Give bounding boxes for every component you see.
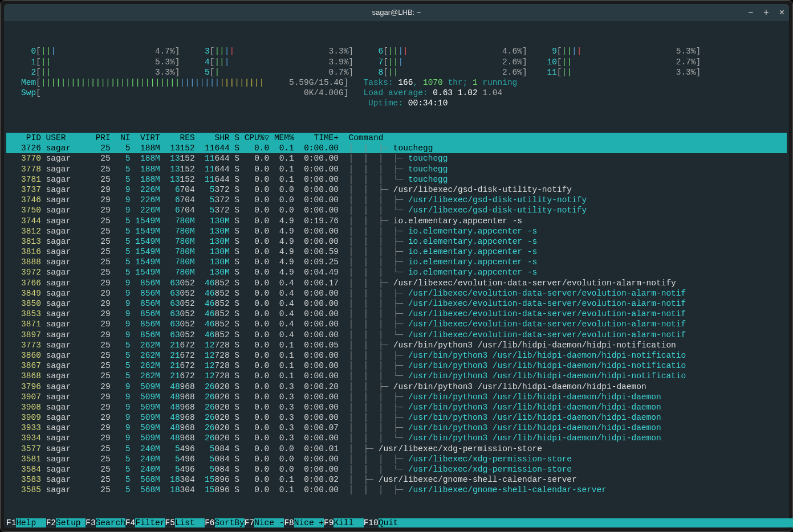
process-row[interactable]: 3868 sagar 25 5 262M 21672 12728 S 0.0 0… bbox=[6, 371, 787, 381]
process-row[interactable]: 3585 sagar 25 5 568M 18304 15896 S 0.0 0… bbox=[6, 485, 787, 495]
terminal-window: sagar@LHB: ~ − + × 0[||| 4.7%] 3[|||| 3.… bbox=[0, 0, 793, 532]
maximize-icon[interactable]: + bbox=[763, 7, 768, 18]
process-row[interactable]: 3778 sagar 25 5 188M 13152 11644 S 0.0 0… bbox=[6, 164, 787, 174]
process-row[interactable]: 3726 sagar 25 5 188M 13152 11644 S 0.0 0… bbox=[6, 143, 787, 153]
process-row[interactable]: 3744 sagar 25 5 1549M 780M 130M S 0.0 4.… bbox=[6, 216, 787, 226]
process-row[interactable]: 3581 sagar 25 5 240M 5496 5084 S 0.0 0.0… bbox=[6, 454, 787, 464]
fkey-F4[interactable]: F4 bbox=[125, 518, 135, 527]
process-row[interactable]: 3816 sagar 25 5 1549M 780M 130M S 0.0 4.… bbox=[6, 247, 787, 257]
minimize-icon[interactable]: − bbox=[748, 7, 753, 18]
fkey-F8[interactable]: F8 bbox=[284, 518, 294, 527]
footer-bar: F1Help F2Setup F3SearchF4FilterF5List F6… bbox=[6, 518, 787, 528]
faction-kill[interactable]: Kill bbox=[334, 518, 363, 527]
fkey-F10[interactable]: F10 bbox=[364, 518, 379, 527]
fkey-F9[interactable]: F9 bbox=[324, 518, 334, 527]
process-row[interactable]: 3897 sagar 29 9 856M 63052 46852 S 0.0 0… bbox=[6, 330, 787, 340]
process-row[interactable]: 3781 sagar 25 5 188M 13152 11644 S 0.0 0… bbox=[6, 174, 787, 185]
process-row[interactable]: 3867 sagar 25 5 262M 21672 12728 S 0.0 0… bbox=[6, 361, 787, 371]
process-row[interactable]: 3849 sagar 29 9 856M 63052 46852 S 0.0 0… bbox=[6, 288, 787, 298]
process-row[interactable]: 3773 sagar 25 5 262M 21672 12728 S 0.0 0… bbox=[6, 340, 787, 350]
htop-content: 0[||| 4.7%] 3[|||| 3.3%] 6[|||| 4.6%] 9[… bbox=[4, 21, 789, 516]
faction-filter[interactable]: Filter bbox=[135, 518, 165, 527]
process-row[interactable]: 3812 sagar 25 5 1549M 780M 130M S 0.0 4.… bbox=[6, 226, 787, 236]
window-title: sagar@LHB: ~ bbox=[372, 7, 421, 18]
fkey-F2[interactable]: F2 bbox=[46, 518, 56, 527]
faction-nice +[interactable]: Nice + bbox=[294, 518, 324, 527]
faction-list[interactable]: List bbox=[175, 518, 205, 527]
fkey-F7[interactable]: F7 bbox=[245, 518, 254, 527]
process-row[interactable]: 3766 sagar 29 9 856M 63052 46852 S 0.0 0… bbox=[6, 278, 787, 288]
process-row[interactable]: 3934 sagar 29 9 509M 48968 26020 S 0.0 0… bbox=[6, 433, 787, 443]
process-row[interactable]: 3746 sagar 29 9 226M 6704 5372 S 0.0 0.0… bbox=[6, 195, 787, 205]
process-row[interactable]: 3907 sagar 29 9 509M 48968 26020 S 0.0 0… bbox=[6, 392, 787, 402]
titlebar: sagar@LHB: ~ − + × bbox=[4, 4, 789, 21]
process-row[interactable]: 3972 sagar 25 5 1549M 780M 130M S 0.0 4.… bbox=[6, 267, 787, 277]
process-row[interactable]: 3909 sagar 29 9 509M 48968 26020 S 0.0 0… bbox=[6, 412, 787, 423]
process-row[interactable]: 3853 sagar 29 9 856M 63052 46852 S 0.0 0… bbox=[6, 309, 787, 319]
process-row[interactable]: 3871 sagar 29 9 856M 63052 46852 S 0.0 0… bbox=[6, 319, 787, 329]
process-row[interactable]: 3813 sagar 25 5 1549M 780M 130M S 0.0 4.… bbox=[6, 236, 787, 247]
process-row[interactable]: 3850 sagar 29 9 856M 63052 46852 S 0.0 0… bbox=[6, 298, 787, 309]
faction-sortby[interactable]: SortBy bbox=[215, 518, 245, 527]
process-row[interactable]: 3737 sagar 29 9 226M 6704 5372 S 0.0 0.0… bbox=[6, 185, 787, 195]
process-row[interactable]: 3577 sagar 25 5 240M 5496 5084 S 0.0 0.0… bbox=[6, 444, 787, 454]
faction-quit[interactable]: Quit bbox=[379, 518, 408, 527]
fkey-F6[interactable]: F6 bbox=[205, 518, 214, 527]
close-icon[interactable]: × bbox=[779, 7, 784, 18]
fkey-F1[interactable]: F1 bbox=[6, 518, 16, 527]
process-row[interactable]: 3860 sagar 25 5 262M 21672 12728 S 0.0 0… bbox=[6, 350, 787, 361]
process-row[interactable]: 3750 sagar 29 9 226M 6704 5372 S 0.0 0.0… bbox=[6, 205, 787, 215]
fkey-F5[interactable]: F5 bbox=[165, 518, 175, 527]
fkey-F3[interactable]: F3 bbox=[86, 518, 95, 527]
faction-nice -[interactable]: Nice - bbox=[254, 518, 284, 527]
faction-setup[interactable]: Setup bbox=[56, 518, 86, 527]
process-row[interactable]: 3796 sagar 29 9 509M 48968 26020 S 0.0 0… bbox=[6, 382, 787, 392]
faction-help[interactable]: Help bbox=[16, 518, 46, 527]
process-row[interactable]: 3584 sagar 25 5 240M 5496 5084 S 0.0 0.0… bbox=[6, 464, 787, 474]
faction-search[interactable]: Search bbox=[96, 518, 125, 527]
process-row[interactable]: 3908 sagar 29 9 509M 48968 26020 S 0.0 0… bbox=[6, 402, 787, 412]
process-row[interactable]: 3770 sagar 25 5 188M 13152 11644 S 0.0 0… bbox=[6, 153, 787, 163]
process-row[interactable]: 3888 sagar 25 5 1549M 780M 130M S 0.0 4.… bbox=[6, 257, 787, 267]
column-header-row[interactable]: PID USER PRI NI VIRT RES SHR S CPU%▽ MEM… bbox=[6, 133, 787, 143]
process-row[interactable]: 3933 sagar 29 9 509M 48968 26020 S 0.0 0… bbox=[6, 423, 787, 433]
process-row[interactable]: 3583 sagar 25 5 568M 18304 15896 S 0.0 0… bbox=[6, 474, 787, 485]
